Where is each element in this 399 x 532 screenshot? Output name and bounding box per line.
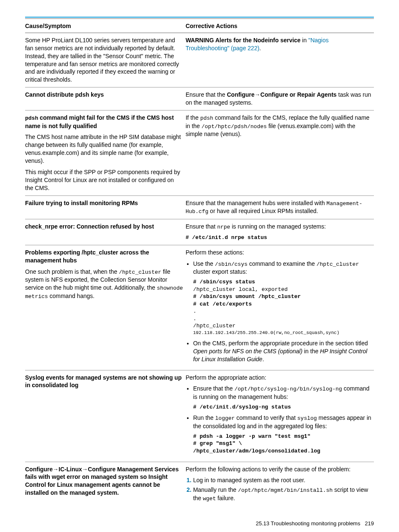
list-item: Run the logger command to verify that sy… — [193, 414, 371, 455]
list-item: Log in to managed system as the root use… — [193, 476, 371, 484]
table-row: Some HP ProLiant DL100 series servers te… — [25, 33, 374, 87]
cause-cell: Configure→IC-Linux→Configure Management … — [25, 462, 186, 507]
action-list: Use the /sbin/csys command to examine th… — [193, 260, 371, 363]
table-row: Failure trying to install monitoring RPM… — [25, 195, 374, 219]
table-row: check_nrpe error: Connection refused by … — [25, 219, 374, 245]
command-block: # /sbin/csys status /hptc_cluster local,… — [193, 278, 371, 336]
action-cell: Ensure that nrpe is running on the manag… — [186, 219, 374, 245]
action-cell: Ensure that the management hubs were ins… — [186, 195, 374, 219]
cause-text: Some HP ProLiant DL100 series servers te… — [25, 37, 179, 83]
action-cell: Ensure that the Configure→Configure or R… — [186, 87, 374, 111]
action-cell: If the pdsh command fails for the CMS, r… — [186, 111, 374, 196]
cause-cell: pdsh command might fail for the CMS if t… — [25, 111, 186, 196]
numbered-list: Log in to managed system as the root use… — [193, 476, 371, 502]
table-row: Cannot distribute pdsh keys Ensure that … — [25, 87, 374, 111]
page-number: 219 — [365, 520, 374, 527]
cause-cell: Cannot distribute pdsh keys — [25, 87, 186, 111]
cause-cell: check_nrpe error: Connection refused by … — [25, 219, 186, 245]
action-cell: Perform these actions: Use the /sbin/csy… — [186, 245, 374, 370]
cause-cell: Some HP ProLiant DL100 series servers te… — [25, 33, 186, 87]
table-row: Configure→IC-Linux→Configure Management … — [25, 462, 374, 507]
table-header-row: Cause/Symptom Corrective Actions — [25, 19, 374, 33]
command-block: # pdsh -a logger -p warn "test msg1" # g… — [193, 433, 371, 455]
action-cell: Perform the following actions to verify … — [186, 462, 374, 507]
list-item: Manually run the /opt/hptc/mgmt/bin/inst… — [193, 486, 371, 502]
cause-text: Cannot distribute pdsh keys — [25, 91, 104, 98]
command-block: # /etc/init.d/syslog-ng status — [193, 403, 371, 411]
command-block: # /etc/init.d nrpe status — [186, 234, 371, 242]
action-cell: Perform the appropriate action: Ensure t… — [186, 370, 374, 462]
header-action: Corrective Actions — [186, 19, 374, 33]
troubleshooting-table: Cause/Symptom Corrective Actions Some HP… — [25, 19, 374, 507]
action-cell: WARNING Alerts for the Nodeinfo service … — [186, 33, 374, 87]
footer-section: 25.13 Troubleshooting monitoring problem… — [256, 520, 360, 527]
cause-cell: Problems exporting /hptc_cluster across … — [25, 245, 186, 370]
action-list: Ensure that the /opt/hptc/syslog-ng/bin/… — [193, 385, 371, 455]
header-cause: Cause/Symptom — [25, 19, 186, 33]
cause-cell: Failure trying to install monitoring RPM… — [25, 195, 186, 219]
table-row: Problems exporting /hptc_cluster across … — [25, 245, 374, 370]
table-row: Syslog events for managed systems are no… — [25, 370, 374, 462]
page-footer: 25.13 Troubleshooting monitoring problem… — [25, 520, 374, 527]
warning-label: WARNING Alerts for the Nodeinfo service — [186, 37, 301, 44]
table-row: pdsh command might fail for the CMS if t… — [25, 111, 374, 196]
cause-cell: Syslog events for managed systems are no… — [25, 370, 186, 462]
list-item: On the CMS, perform the appropriate proc… — [193, 339, 371, 363]
list-item: Use the /sbin/csys command to examine th… — [193, 260, 371, 336]
list-item: Ensure that the /opt/hptc/syslog-ng/bin/… — [193, 385, 371, 411]
